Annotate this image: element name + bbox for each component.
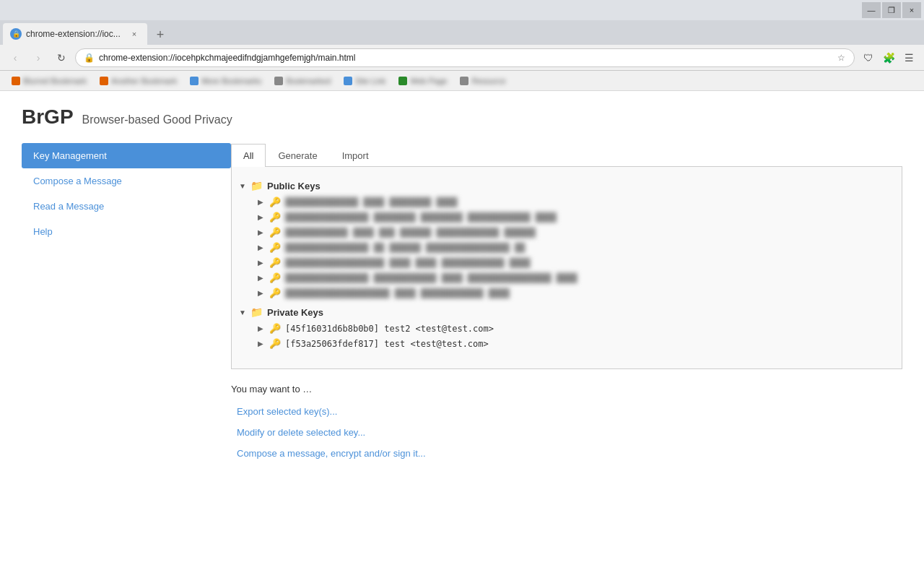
- url-icons: ☆: [835, 52, 847, 64]
- public-key-item-4[interactable]: ▶ 🔑 ████████████████ ██ ██████ █████████…: [232, 240, 902, 255]
- public-keys-folder-icon: 📁: [250, 180, 263, 191]
- public-keys-label: Public Keys: [267, 181, 321, 191]
- private-key-item-1[interactable]: ▶ 🔑 [45f16031d6b8b0b0] test2 <test@test.…: [232, 321, 902, 336]
- forward-button[interactable]: ›: [29, 48, 48, 67]
- public-key-item-2[interactable]: ▶ 🔑 ████████████████ ████████ ████████ █…: [232, 210, 902, 225]
- private-key-label-2: [f53a25063fdef817] test <test@test.com>: [285, 339, 489, 349]
- public-key-label-7: ████████████████████ ████ ████████████ █…: [285, 288, 510, 298]
- tree-toggle-5: ▶: [258, 259, 265, 267]
- bookmark-2[interactable]: Another Bookmark: [94, 73, 183, 89]
- main-layout: Key Management Compose a Message Read a …: [22, 143, 902, 466]
- public-key-item-3[interactable]: ▶ 🔑 ████████████ ████ ███ ██████ ███████…: [232, 225, 902, 240]
- url-bar[interactable]: 🔒 chrome-extension://iocehpkchmajeedifnd…: [75, 48, 855, 67]
- sidebar-item-help[interactable]: Help: [22, 219, 231, 244]
- window-controls: — ❐ ×: [862, 2, 921, 18]
- tab-all[interactable]: All: [231, 144, 266, 167]
- minimize-button[interactable]: —: [862, 2, 881, 18]
- key-icon-1: 🔑: [269, 197, 281, 207]
- new-tab-button[interactable]: +: [150, 25, 170, 45]
- url-text: chrome-extension://iocehpkchmajeedifndgj…: [99, 53, 831, 63]
- key-icon-4: 🔑: [269, 242, 281, 253]
- private-key-toggle-2: ▶: [258, 340, 265, 348]
- page-content: BrGP Browser-based Good Privacy Key Mana…: [0, 91, 924, 578]
- bookmark-3[interactable]: More Bookmarks: [184, 73, 267, 89]
- refresh-button[interactable]: ↻: [52, 48, 71, 67]
- sidebar-item-read[interactable]: Read a Message: [22, 194, 231, 219]
- sidebar: Key Management Compose a Message Read a …: [22, 143, 231, 466]
- address-bar: ‹ › ↻ 🔒 chrome-extension://iocehpkchmaje…: [0, 45, 924, 71]
- bookmark-favicon-4: [274, 77, 283, 85]
- bookmark-5[interactable]: Site Link: [338, 73, 391, 89]
- private-key-icon-1: 🔑: [269, 323, 281, 334]
- browser-frame: — ❐ × 🔒 chrome-extension://ioc... × + ‹ …: [0, 0, 924, 578]
- private-key-icon-2: 🔑: [269, 338, 281, 349]
- suggestion-export-link[interactable]: Export selected key(s)...: [231, 403, 902, 420]
- key-icon-7: 🔑: [269, 288, 281, 298]
- tree-toggle-7: ▶: [258, 289, 265, 297]
- public-key-label-1: ██████████████ ████ ████████ ████: [285, 197, 457, 207]
- public-key-label-5: ███████████████████ ████ ████ ██████████…: [285, 258, 531, 268]
- key-icon-6: 🔑: [269, 272, 281, 283]
- public-keys-section: ▼ 📁 Public Keys ▶ 🔑 ██████████████ ████ …: [232, 177, 902, 301]
- lock-icon: 🔒: [83, 52, 95, 64]
- extension-icon[interactable]: 🧩: [879, 48, 898, 67]
- public-key-item-5[interactable]: ▶ 🔑 ███████████████████ ████ ████ ██████…: [232, 255, 902, 270]
- shield-icon[interactable]: 🛡: [859, 48, 878, 67]
- bookmark-label-4: Bookmarked: [286, 77, 331, 85]
- bookmark-favicon-3: [190, 77, 199, 85]
- private-keys-folder-icon: 📁: [250, 306, 263, 318]
- tab-import[interactable]: Import: [330, 144, 381, 167]
- bookmark-favicon-5: [344, 77, 352, 85]
- content-area: All Generate Import ▼ 📁 Public Keys: [231, 143, 902, 466]
- suggestion-compose-link[interactable]: Compose a message, encrypt and/or sign i…: [231, 445, 902, 462]
- suggestion-modify-link[interactable]: Modify or delete selected key...: [231, 424, 902, 441]
- tree-toggle-4: ▶: [258, 243, 265, 251]
- key-management-tabs: All Generate Import: [231, 143, 902, 167]
- public-key-item-1[interactable]: ▶ 🔑 ██████████████ ████ ████████ ████: [232, 194, 902, 210]
- sidebar-label-help: Help: [33, 226, 53, 237]
- public-key-item-6[interactable]: ▶ 🔑 ████████████████ ████████████ ████ █…: [232, 270, 902, 285]
- bookmark-6[interactable]: Web Page: [393, 73, 453, 89]
- private-key-item-2[interactable]: ▶ 🔑 [f53a25063fdef817] test <test@test.c…: [232, 336, 902, 351]
- active-tab[interactable]: 🔒 chrome-extension://ioc... ×: [3, 23, 147, 45]
- key-icon-5: 🔑: [269, 257, 281, 268]
- tab-favicon: 🔒: [10, 28, 22, 40]
- tab-title: chrome-extension://ioc...: [26, 29, 124, 39]
- tree-toggle-1: ▶: [258, 198, 265, 206]
- sidebar-label-read: Read a Message: [33, 201, 104, 212]
- public-keys-header[interactable]: ▼ 📁 Public Keys: [232, 177, 902, 194]
- bookmark-4[interactable]: Bookmarked: [269, 73, 336, 89]
- bookmark-1[interactable]: Blurred Bookmark: [6, 73, 92, 89]
- tab-generate[interactable]: Generate: [266, 144, 329, 167]
- suggestions: You may want to … Export selected key(s)…: [231, 384, 902, 462]
- toolbar-icons: 🛡 🧩 ☰: [859, 48, 918, 67]
- tree-toggle-6: ▶: [258, 274, 265, 282]
- bookmark-icon[interactable]: ☆: [835, 52, 847, 64]
- app-subtitle: Browser-based Good Privacy: [82, 113, 232, 126]
- app-header: BrGP Browser-based Good Privacy: [22, 105, 902, 129]
- key-panel: ▼ 📁 Public Keys ▶ 🔑 ██████████████ ████ …: [231, 167, 902, 369]
- maximize-button[interactable]: ❐: [882, 2, 901, 18]
- bookmark-favicon-7: [460, 77, 468, 85]
- sidebar-label-key-management: Key Management: [33, 150, 107, 161]
- private-keys-toggle: ▼: [239, 309, 246, 316]
- sidebar-item-compose[interactable]: Compose a Message: [22, 168, 231, 194]
- bookmark-label-2: Another Bookmark: [111, 77, 177, 85]
- private-key-label-1: [45f16031d6b8b0b0] test2 <test@test.com>: [285, 324, 494, 334]
- app-logo: BrGP: [22, 105, 74, 129]
- tab-close-button[interactable]: ×: [128, 28, 140, 40]
- bookmark-label-5: Site Link: [355, 77, 385, 85]
- bookmarks-bar: Blurred Bookmark Another Bookmark More B…: [0, 71, 924, 91]
- bookmark-favicon-6: [398, 77, 407, 85]
- private-keys-section: ▼ 📁 Private Keys ▶ 🔑 [45f16031d6b8b0b0] …: [232, 303, 902, 351]
- private-keys-header[interactable]: ▼ 📁 Private Keys: [232, 303, 902, 321]
- sidebar-item-key-management[interactable]: Key Management: [22, 143, 231, 168]
- menu-icon[interactable]: ☰: [899, 48, 918, 67]
- bookmark-7[interactable]: Resource: [454, 73, 511, 89]
- tab-bar: 🔒 chrome-extension://ioc... × +: [0, 20, 924, 45]
- private-key-toggle-1: ▶: [258, 324, 265, 332]
- close-button[interactable]: ×: [902, 2, 921, 18]
- back-button[interactable]: ‹: [6, 48, 25, 67]
- public-key-label-4: ████████████████ ██ ██████ █████████████…: [285, 243, 525, 253]
- public-key-item-7[interactable]: ▶ 🔑 ████████████████████ ████ ██████████…: [232, 285, 902, 301]
